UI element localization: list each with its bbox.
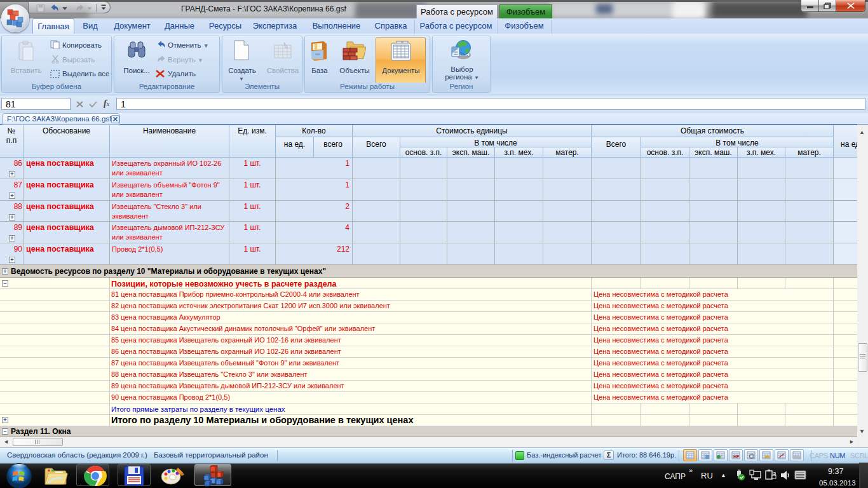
svg-text:HP: HP xyxy=(733,454,740,459)
